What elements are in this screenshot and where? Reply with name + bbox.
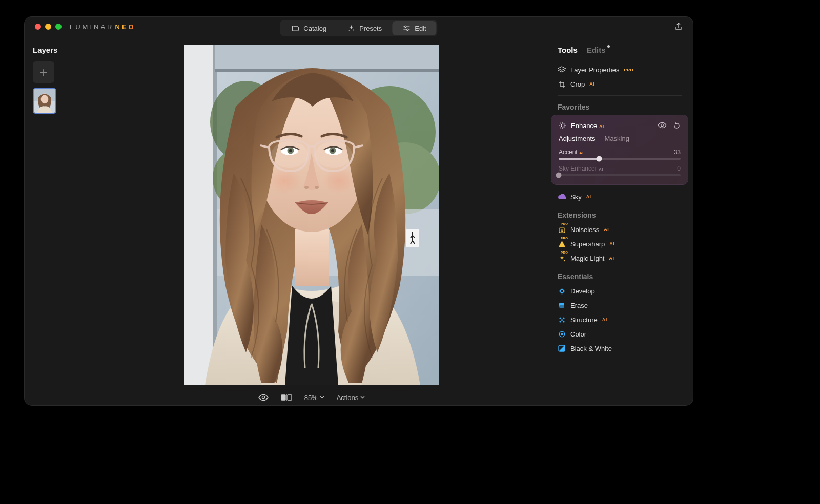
tool-label: Magic Light — [570, 255, 604, 262]
tool-structure[interactable]: Structure AI — [558, 312, 682, 327]
svg-point-49 — [563, 317, 564, 319]
tool-supersharp[interactable]: PRO Supersharp AI — [558, 237, 682, 251]
svg-rect-37 — [281, 395, 285, 400]
svg-rect-22 — [295, 229, 329, 286]
tool-black-white[interactable]: Black & White — [558, 341, 682, 355]
folder-icon — [291, 24, 299, 32]
tool-label: Sky — [570, 193, 582, 201]
bw-icon — [558, 344, 566, 352]
tool-enhance-panel: Enhance AI Adjustments Masking — [551, 115, 688, 184]
tab-edit[interactable]: Edit — [392, 21, 436, 35]
svg-point-44 — [563, 260, 564, 261]
tool-label: Develop — [570, 287, 595, 295]
color-icon — [558, 330, 566, 338]
zoom-value: 85% — [304, 394, 318, 402]
crop-icon — [558, 80, 566, 88]
minimize-icon[interactable] — [45, 24, 51, 30]
svg-point-43 — [561, 229, 563, 231]
tool-develop[interactable]: Develop — [558, 284, 682, 298]
svg-point-50 — [559, 321, 561, 322]
tool-erase[interactable]: Erase — [558, 298, 682, 312]
enhance-icon — [559, 121, 567, 130]
visibility-toggle[interactable] — [658, 122, 667, 130]
ai-badge: AI — [599, 124, 604, 129]
share-button[interactable] — [674, 23, 683, 31]
ai-badge: AI — [602, 317, 607, 322]
svg-point-35 — [315, 186, 319, 189]
add-layer-button[interactable]: + — [33, 61, 54, 83]
supersharp-icon: PRO — [558, 240, 566, 248]
erase-icon — [558, 301, 566, 309]
image-canvas[interactable] — [184, 45, 439, 385]
actions-dropdown[interactable]: Actions — [337, 394, 365, 402]
slider-accent[interactable]: Accent AI 33 — [559, 149, 681, 160]
section-extensions: Extensions — [558, 211, 682, 219]
svg-rect-14 — [215, 45, 439, 71]
svg-rect-12 — [184, 45, 215, 385]
section-favorites: Favorites — [558, 103, 682, 111]
cloud-icon — [558, 193, 566, 201]
preview-toggle[interactable] — [258, 394, 269, 401]
canvas-footer: 85% Actions — [184, 390, 439, 405]
enhance-title[interactable]: Enhance AI — [571, 122, 653, 130]
svg-point-36 — [262, 396, 264, 398]
tab-presets[interactable]: Presets — [337, 21, 392, 35]
svg-rect-38 — [288, 395, 292, 400]
tool-sky[interactable]: Sky AI — [558, 190, 682, 204]
tool-label: Color — [570, 330, 586, 338]
pro-badge: PRO — [624, 68, 633, 72]
ai-badge: AI — [589, 81, 594, 87]
svg-point-51 — [563, 321, 564, 322]
tool-label: Layer Properties — [570, 66, 619, 74]
main-mode-switcher: Catalog Presets Edit — [280, 20, 437, 36]
accent-value: 33 — [674, 149, 681, 156]
svg-point-54 — [561, 333, 562, 334]
tab-edits-label: Edits — [587, 46, 606, 54]
enhance-tab-adjustments[interactable]: Adjustments — [559, 135, 596, 142]
tool-label: Supersharp — [570, 240, 605, 248]
svg-point-33 — [315, 141, 352, 168]
tool-color[interactable]: Color — [558, 327, 682, 341]
tool-label: Crop — [570, 80, 585, 88]
ai-badge: AI — [604, 227, 609, 232]
develop-icon — [558, 287, 566, 295]
svg-point-6 — [407, 29, 408, 30]
tab-edits[interactable]: Edits — [587, 46, 606, 54]
tool-crop[interactable]: Crop AI — [558, 77, 682, 91]
tool-label: Structure — [570, 316, 598, 324]
compare-toggle[interactable] — [281, 394, 292, 401]
sliders-icon — [402, 24, 411, 32]
svg-point-10 — [41, 95, 49, 103]
layers-title: Layers — [33, 46, 89, 54]
app-logo: LUMINAR NEO — [70, 23, 136, 31]
enhance-tab-masking[interactable]: Masking — [605, 135, 629, 142]
tab-tools[interactable]: Tools — [558, 46, 578, 54]
tool-layer-properties[interactable]: Layer Properties PRO — [558, 62, 682, 77]
tab-catalog[interactable]: Catalog — [281, 21, 337, 35]
tab-catalog-label: Catalog — [303, 25, 326, 32]
svg-point-34 — [304, 186, 309, 189]
svg-point-52 — [561, 319, 562, 320]
section-essentials: Essentials — [558, 272, 682, 281]
slider-sky-enhancer[interactable]: Sky Enhancer AI 0 — [559, 165, 681, 176]
maximize-icon[interactable] — [55, 24, 61, 30]
layer-thumbnail[interactable] — [33, 88, 56, 114]
tool-noiseless[interactable]: PRO Noiseless AI — [558, 222, 682, 237]
tools-panel: Tools Edits Layer Properties PRO Crop AI… — [558, 46, 682, 355]
tab-edit-label: Edit — [415, 25, 426, 32]
tool-label: Noiseless — [570, 226, 599, 234]
noiseless-icon: PRO — [558, 225, 566, 234]
svg-point-25 — [321, 167, 356, 194]
edits-indicator-icon — [607, 45, 610, 48]
sky-enhancer-value: 0 — [677, 165, 681, 172]
reset-button[interactable] — [673, 122, 681, 130]
svg-rect-0 — [292, 27, 298, 31]
actions-label: Actions — [337, 394, 359, 402]
tool-magic-light[interactable]: PRO Magic Light AI — [558, 251, 682, 265]
close-icon[interactable] — [35, 24, 41, 30]
tab-presets-label: Presets — [359, 25, 382, 32]
titlebar: LUMINAR NEO Catalog Presets Edit — [25, 17, 693, 36]
zoom-dropdown[interactable]: 85% — [304, 394, 324, 402]
structure-icon — [558, 316, 566, 324]
app-window: LUMINAR NEO Catalog Presets Edit — [25, 17, 693, 405]
